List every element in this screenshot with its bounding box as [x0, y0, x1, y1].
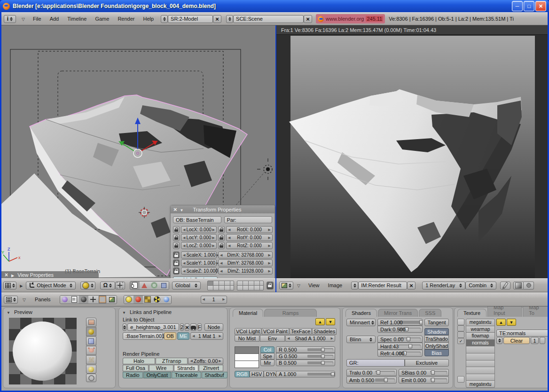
lamp-buttons-button[interactable] — [124, 296, 133, 304]
preview-panel-header[interactable]: Preview — [3, 308, 115, 316]
ob-name-field[interactable]: OB: BaseTerrain — [173, 216, 221, 223]
tab-map-to[interactable]: Map To — [523, 306, 548, 317]
links-panel-header[interactable]: Links and Pipeline — [119, 308, 227, 316]
mir-button[interactable]: Mir — [260, 360, 274, 366]
maximize-button[interactable]: □ — [524, 1, 534, 11]
3d-viewport[interactable]: Z x Y (1) BaseTerrain View Properties Tr… — [1, 25, 275, 292]
preview-flat-button[interactable] — [86, 318, 96, 327]
fake-user-button[interactable]: F — [197, 323, 202, 331]
no-mist-toggle[interactable]: No Mist — [235, 335, 259, 342]
tab-mirror-transp[interactable]: Mirror Trans — [378, 309, 418, 317]
ob-toggle-button[interactable]: OB — [164, 332, 176, 340]
dimy-field[interactable]: DimY: 32768.000 — [218, 259, 273, 267]
preview-sphere-button[interactable] — [86, 327, 96, 336]
scaley-lock-icon[interactable] — [173, 259, 180, 267]
collapse-icon[interactable] — [180, 207, 184, 212]
trashado-toggle[interactable]: TraShado — [424, 335, 449, 342]
me-toggle-button[interactable]: ME — [177, 332, 189, 340]
material-users-button[interactable]: 2 — [180, 323, 184, 331]
scale-manipulator-button[interactable] — [149, 282, 159, 290]
vcol-light-toggle[interactable]: VCol Light — [235, 328, 261, 335]
menu-add[interactable]: Add — [46, 16, 63, 22]
screen-delete-x-button[interactable] — [213, 15, 221, 23]
channel-1-checkbox[interactable] — [457, 319, 464, 325]
curves-button[interactable] — [513, 282, 524, 290]
shading-context-button[interactable] — [79, 296, 88, 304]
scene-selector[interactable]: SCE:Scene — [233, 15, 304, 23]
tangent-toggle[interactable]: Tangent — [424, 319, 449, 326]
texture-channel-row[interactable] — [466, 367, 495, 374]
paste-material-button[interactable]: ▼ — [326, 318, 335, 325]
mirror-swatch[interactable] — [235, 361, 259, 368]
te-name-field[interactable]: TE:normals — [496, 329, 548, 337]
screen-selector[interactable]: SR:2-Model — [168, 15, 213, 23]
env-toggle[interactable]: Env — [260, 335, 285, 342]
texture-channel-row[interactable]: megatextu — [466, 319, 495, 326]
ztransp-toggle[interactable]: ZTransp — [156, 358, 188, 364]
collapse-icon[interactable] — [7, 309, 10, 315]
collapse-menus-icon[interactable] — [22, 16, 25, 22]
diffuse-shader-dropdown[interactable]: Minnaert — [346, 319, 376, 326]
dimz-field[interactable]: DimZ: 11928.000 — [218, 267, 273, 274]
shadow-toggle[interactable]: Shadow — [424, 328, 449, 335]
parent-field[interactable]: Par: — [224, 216, 273, 223]
onlycast-toggle[interactable]: OnlyCast — [143, 372, 171, 378]
texture-channel-row[interactable]: wearmap — [466, 326, 495, 333]
render-layer-dropdown[interactable]: 1 RenderLay — [422, 282, 465, 290]
strands-toggle[interactable]: Strands — [174, 365, 198, 371]
tab-texture[interactable]: Texture — [457, 309, 486, 317]
radio-toggle[interactable]: Radio — [123, 372, 143, 378]
material-delete-x-button[interactable] — [185, 323, 189, 331]
preview-monkey-button[interactable] — [86, 346, 96, 355]
panels-menu[interactable]: Panels — [31, 297, 55, 302]
r-slider[interactable]: R 0.500 — [276, 346, 335, 353]
header-collapse-icon[interactable] — [23, 297, 26, 302]
diffuse-swatch[interactable] — [235, 346, 259, 354]
locz-field[interactable]: LocZ: 0.000 — [181, 242, 217, 249]
grab-hand-button[interactable] — [130, 282, 140, 290]
logic-context-button[interactable] — [60, 296, 70, 304]
rotz-field[interactable]: RotZ: 0.000 — [226, 242, 273, 249]
scalez-lock-icon[interactable] — [173, 267, 180, 274]
emit-slider[interactable]: Emit 0.000 — [399, 376, 449, 384]
spec-slider[interactable]: Spec 0.00 — [377, 336, 423, 343]
scene-browse-stepper[interactable] — [226, 15, 233, 23]
hard-slider[interactable]: Hard:43 — [377, 343, 423, 350]
tab-sss[interactable]: SSS — [419, 309, 441, 317]
preview-hair-button[interactable] — [86, 355, 96, 364]
bias-toggle[interactable]: Bias — [424, 349, 449, 356]
gr-field[interactable]: GR: — [346, 359, 405, 367]
dark-slider[interactable]: Dark:0.500 — [377, 326, 423, 333]
col-button[interactable]: Col — [260, 346, 274, 353]
alpha-slider[interactable]: A 1.000 — [276, 371, 335, 377]
layer-grid-1[interactable] — [207, 281, 234, 290]
texture-buttons-button[interactable] — [143, 296, 152, 304]
record-button[interactable] — [524, 282, 534, 290]
vcol-paint-toggle[interactable]: VCol Paint — [262, 328, 289, 335]
menu-timeline[interactable]: Timeline — [63, 16, 91, 22]
texture-extra-button[interactable] — [540, 337, 545, 344]
scalez-field[interactable]: ScaleZ: 10.000 — [181, 267, 217, 274]
spe-button[interactable]: Spe — [260, 353, 274, 360]
channel-4-checkbox[interactable]: ✓ — [457, 338, 464, 345]
world-buttons-button[interactable] — [162, 296, 171, 304]
zinvert-toggle[interactable]: ZInvert — [199, 365, 223, 371]
dimx-field[interactable]: DimX: 32768.000 — [218, 251, 273, 259]
amb-slider[interactable]: Amb 0.500 — [346, 376, 397, 384]
transform-properties-header[interactable]: Transform Properties — [171, 205, 274, 213]
editor-type-button[interactable]: i — [4, 15, 16, 23]
minimize-button[interactable]: ─ — [512, 1, 523, 11]
tab-material[interactable]: Material — [233, 309, 263, 317]
material-name-field[interactable]: e_heightmap_3.001 — [127, 323, 179, 331]
object-context-button[interactable] — [88, 296, 98, 304]
menu-view[interactable]: View — [304, 282, 324, 288]
ref-slider[interactable]: Ref 1.000 — [377, 319, 423, 326]
zoffs-field[interactable]: Zoffs: 0.00 — [188, 358, 223, 364]
close-icon[interactable] — [5, 272, 8, 278]
scene-context-button[interactable] — [107, 296, 117, 304]
render-pass-dropdown[interactable]: Combin — [465, 282, 496, 290]
specular-shader-dropdown[interactable]: Blinn — [346, 336, 376, 343]
roty-field[interactable]: RotY: 0.000 — [226, 234, 273, 241]
rgb-button[interactable]: RGB — [235, 371, 250, 377]
menu-render[interactable]: Render — [113, 16, 139, 22]
